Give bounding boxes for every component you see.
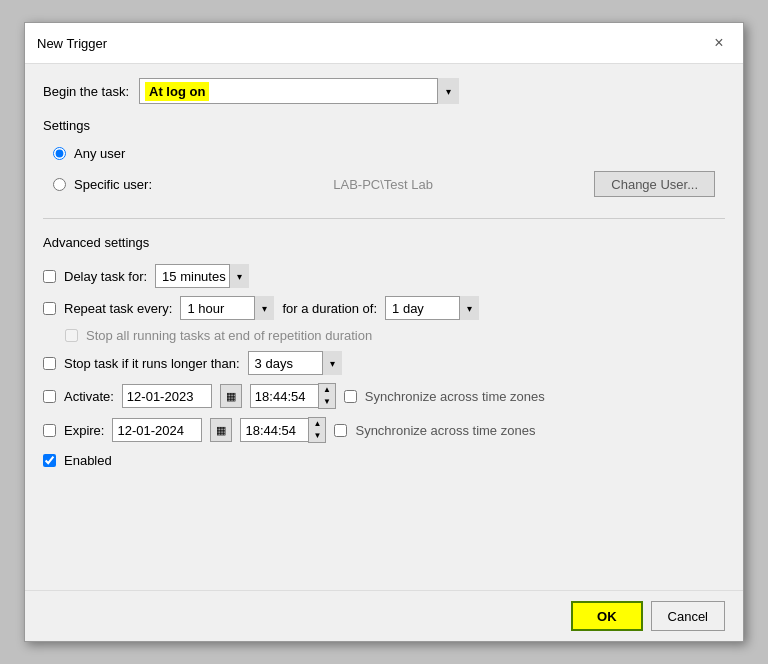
specific-user-row: Specific user: LAB-PC\Test Lab Change Us… bbox=[43, 166, 725, 202]
expire-calendar-button[interactable]: ▦ bbox=[210, 418, 232, 442]
settings-section: Settings Any user Specific user: LAB-PC\… bbox=[43, 118, 725, 202]
stop-running-checkbox[interactable] bbox=[65, 329, 78, 342]
enabled-checkbox[interactable] bbox=[43, 454, 56, 467]
dialog-body: Begin the task: At log on At startup On … bbox=[25, 64, 743, 590]
stop-task-label: Stop task if it runs longer than: bbox=[64, 356, 240, 371]
activate-sync-checkbox[interactable] bbox=[344, 390, 357, 403]
expire-time-spinner: ▲ ▼ bbox=[308, 417, 326, 443]
expire-sync-label: Synchronize across time zones bbox=[355, 423, 535, 438]
expire-time-down[interactable]: ▼ bbox=[309, 430, 325, 442]
stop-running-label: Stop all running tasks at end of repetit… bbox=[86, 328, 372, 343]
stop-running-row: Stop all running tasks at end of repetit… bbox=[43, 324, 725, 347]
activate-time-up[interactable]: ▲ bbox=[319, 384, 335, 396]
any-user-label: Any user bbox=[74, 146, 125, 161]
activate-time-down[interactable]: ▼ bbox=[319, 396, 335, 408]
enabled-row: Enabled bbox=[43, 447, 725, 474]
expire-row: Expire: ▦ ▲ ▼ Synchronize across time zo… bbox=[43, 413, 725, 447]
repeat-task-checkbox[interactable] bbox=[43, 302, 56, 315]
expire-time-input[interactable] bbox=[240, 418, 308, 442]
activate-row: Activate: ▦ ▲ ▼ Synchronize across time … bbox=[43, 379, 725, 413]
close-button[interactable]: × bbox=[707, 31, 731, 55]
repeat-task-label: Repeat task every: bbox=[64, 301, 172, 316]
repeat-task-row: Repeat task every: 1 hour 5 minutes 15 m… bbox=[43, 292, 725, 324]
expire-label: Expire: bbox=[64, 423, 104, 438]
begin-task-select-wrapper: At log on At startup On a schedule At lo… bbox=[139, 78, 459, 104]
repeat-task-select[interactable]: 1 hour 5 minutes 15 minutes 30 minutes bbox=[180, 296, 274, 320]
stop-task-select-wrapper: 3 days 30 minutes 1 hour 1 day ▾ bbox=[248, 351, 342, 375]
activate-label: Activate: bbox=[64, 389, 114, 404]
activate-checkbox[interactable] bbox=[43, 390, 56, 403]
title-bar: New Trigger × bbox=[25, 23, 743, 64]
for-duration-select[interactable]: 1 day 30 minutes 1 hour 12 hours Indefin… bbox=[385, 296, 479, 320]
delay-task-row: Delay task for: 15 minutes 30 minutes 1 … bbox=[43, 260, 725, 292]
new-trigger-dialog: New Trigger × Begin the task: At log on … bbox=[24, 22, 744, 642]
begin-task-row: Begin the task: At log on At startup On … bbox=[43, 78, 725, 104]
delay-task-select[interactable]: 15 minutes 30 minutes 1 hour bbox=[155, 264, 249, 288]
any-user-row: Any user bbox=[43, 141, 725, 166]
activate-date-input[interactable] bbox=[122, 384, 212, 408]
specific-user-value: LAB-PC\Test Lab bbox=[180, 177, 586, 192]
advanced-settings-label: Advanced settings bbox=[43, 235, 725, 250]
cancel-button[interactable]: Cancel bbox=[651, 601, 725, 631]
stop-task-row: Stop task if it runs longer than: 3 days… bbox=[43, 347, 725, 379]
activate-time-group: ▲ ▼ bbox=[250, 383, 336, 409]
dialog-footer: OK Cancel bbox=[25, 590, 743, 641]
enabled-label: Enabled bbox=[64, 453, 112, 468]
activate-calendar-button[interactable]: ▦ bbox=[220, 384, 242, 408]
expire-checkbox[interactable] bbox=[43, 424, 56, 437]
begin-task-label: Begin the task: bbox=[43, 84, 129, 99]
repeat-task-select-wrapper: 1 hour 5 minutes 15 minutes 30 minutes ▾ bbox=[180, 296, 274, 320]
separator bbox=[43, 218, 725, 219]
change-user-button[interactable]: Change User... bbox=[594, 171, 715, 197]
any-user-radio[interactable] bbox=[53, 147, 66, 160]
activate-sync-label: Synchronize across time zones bbox=[365, 389, 545, 404]
dialog-title: New Trigger bbox=[37, 36, 107, 51]
delay-task-label: Delay task for: bbox=[64, 269, 147, 284]
stop-task-checkbox[interactable] bbox=[43, 357, 56, 370]
expire-time-up[interactable]: ▲ bbox=[309, 418, 325, 430]
begin-task-select[interactable]: At log on At startup On a schedule bbox=[139, 78, 459, 104]
activate-time-input[interactable] bbox=[250, 384, 318, 408]
stop-task-select[interactable]: 3 days 30 minutes 1 hour 1 day bbox=[248, 351, 342, 375]
delay-task-checkbox[interactable] bbox=[43, 270, 56, 283]
for-duration-label: for a duration of: bbox=[282, 301, 377, 316]
for-duration-select-wrapper: 1 day 30 minutes 1 hour 12 hours Indefin… bbox=[385, 296, 479, 320]
activate-time-spinner: ▲ ▼ bbox=[318, 383, 336, 409]
advanced-settings-section: Advanced settings Delay task for: 15 min… bbox=[43, 235, 725, 474]
settings-label: Settings bbox=[43, 118, 725, 133]
expire-date-input[interactable] bbox=[112, 418, 202, 442]
ok-button[interactable]: OK bbox=[571, 601, 643, 631]
expire-sync-checkbox[interactable] bbox=[334, 424, 347, 437]
delay-task-select-wrapper: 15 minutes 30 minutes 1 hour ▾ bbox=[155, 264, 249, 288]
specific-user-label: Specific user: bbox=[74, 177, 152, 192]
expire-time-group: ▲ ▼ bbox=[240, 417, 326, 443]
specific-user-radio[interactable] bbox=[53, 178, 66, 191]
